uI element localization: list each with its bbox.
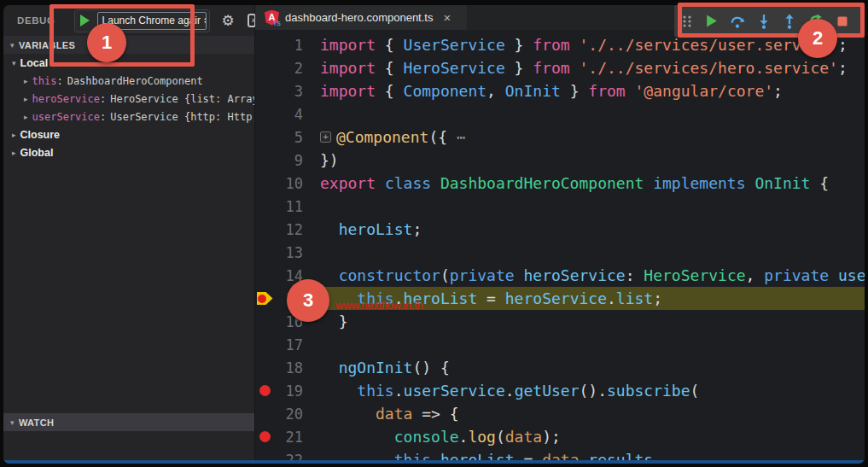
- angular-icon: A TS: [265, 10, 279, 26]
- code-line: 3import { Component, OnInit } from '@ang…: [255, 79, 865, 102]
- variable-row[interactable]: ▸heroService:HeroService {list: Array(…: [3, 90, 254, 108]
- breakpoint-gutter[interactable]: [255, 385, 274, 396]
- line-number: 18: [274, 359, 303, 377]
- variable-name: heroService: [32, 93, 100, 105]
- gear-icon[interactable]: ⚙: [222, 12, 235, 29]
- code-line-content[interactable]: constructor(private heroService: HeroSer…: [303, 264, 865, 287]
- chevron-down-icon: ▾: [12, 59, 16, 67]
- line-number: 15: [274, 290, 303, 307]
- updown-arrows-icon: [204, 15, 207, 26]
- chevron-right-icon: ▸: [24, 113, 28, 121]
- code-line-content[interactable]: export class DashboardHeroComponent impl…: [303, 172, 865, 195]
- code-line: 18 ngOnInit() {: [255, 356, 865, 379]
- code-editor[interactable]: 1import { UserService } from './../servi…: [255, 30, 865, 460]
- breakpoint-icon[interactable]: [259, 385, 271, 396]
- chevron-right-icon: ▸: [12, 149, 16, 157]
- variables-section-header[interactable]: ▾ VARIABLES: [3, 36, 254, 54]
- code-line-content[interactable]: [303, 333, 865, 356]
- continue-button[interactable]: [698, 5, 725, 37]
- variable-name: this: [32, 75, 57, 87]
- line-number: 3: [274, 83, 303, 100]
- debug-config-dropdown[interactable]: Launch Chrome agair: [97, 12, 207, 30]
- debug-toolbar: [674, 5, 862, 37]
- variable-value: UserService {http: Http, …: [110, 111, 254, 123]
- start-debug-button[interactable]: [78, 14, 93, 27]
- step-over-button[interactable]: [725, 5, 751, 37]
- code-line: 4: [255, 102, 865, 126]
- code-line: 19 this.userService.getUser().subscribe(: [255, 379, 865, 402]
- code-line-content[interactable]: [303, 241, 865, 264]
- line-number: 19: [274, 382, 303, 400]
- debug-config-label: Launch Chrome agair: [102, 15, 201, 26]
- variable-row[interactable]: ▸userService:UserService {http: Http, …: [3, 108, 254, 126]
- line-number: 16: [274, 313, 303, 330]
- code-line: 5+@Component({ ⋯: [255, 126, 865, 149]
- code-line: 10export class DashboardHeroComponent im…: [255, 172, 865, 195]
- chevron-down-icon: ▾: [10, 41, 15, 50]
- vscode-window: DEBUG Launch Chrome agair ⚙ › ▾ V: [3, 5, 865, 464]
- scope-local[interactable]: ▾ Local: [3, 54, 254, 72]
- debug-sidebar: DEBUG Launch Chrome agair ⚙ › ▾ V: [3, 5, 255, 460]
- code-line-content[interactable]: console.log(data);: [303, 425, 865, 448]
- line-number: 1: [274, 37, 303, 54]
- code-line-content[interactable]: }): [303, 149, 865, 172]
- debug-sidebar-header: DEBUG Launch Chrome agair ⚙ ›: [3, 5, 254, 36]
- code-line: 13: [255, 241, 865, 264]
- code-line: 2import { HeroService } from './../servi…: [255, 56, 865, 79]
- tab-dashboard-hero-component[interactable]: A TS dashboard-hero.component.ts ×: [255, 5, 467, 30]
- watch-section-header[interactable]: ▾ WATCH: [3, 413, 254, 431]
- restart-button[interactable]: [803, 5, 830, 37]
- code-line-content[interactable]: }: [303, 310, 865, 333]
- breakpoint-gutter[interactable]: [255, 292, 274, 305]
- line-number: 22: [274, 452, 303, 461]
- fold-expand-icon[interactable]: +: [320, 131, 331, 143]
- drag-handle-icon[interactable]: [681, 14, 693, 29]
- line-number: 4: [274, 106, 303, 123]
- code-line: 20 data => {: [255, 402, 865, 425]
- play-icon: [80, 15, 90, 26]
- code-line-content[interactable]: [303, 195, 865, 218]
- code-line-content[interactable]: +@Component({ ⋯: [303, 126, 865, 149]
- line-number: 11: [274, 198, 303, 215]
- code-line-content[interactable]: this.heroList = data.results: [303, 448, 865, 460]
- code-line-content[interactable]: this.userService.getUser().subscribe(: [303, 379, 865, 402]
- stop-button[interactable]: [829, 5, 855, 37]
- tab-title: dashboard-hero.component.ts: [285, 11, 433, 24]
- close-icon[interactable]: ×: [443, 10, 451, 25]
- breakpoint-gutter[interactable]: [255, 431, 274, 442]
- watch-section-label: WATCH: [19, 417, 55, 428]
- code-line: 22 this.heroList = data.results: [255, 448, 865, 460]
- restart-icon: [808, 14, 824, 29]
- line-number: 10: [274, 175, 303, 192]
- step-out-button[interactable]: [777, 5, 803, 37]
- code-line: 16 }: [255, 310, 865, 333]
- chevron-right-icon: ▸: [24, 95, 28, 103]
- line-number: 20: [274, 406, 303, 423]
- scope-global[interactable]: ▸ Global: [3, 143, 254, 161]
- line-number: 21: [274, 429, 303, 446]
- code-line-content[interactable]: import { HeroService } from './../servic…: [303, 56, 865, 79]
- step-into-button[interactable]: [750, 5, 777, 37]
- code-line: 1import { UserService } from './../servi…: [255, 33, 865, 56]
- line-number: 13: [274, 244, 303, 261]
- code-line-content[interactable]: import { UserService } from './../servic…: [303, 33, 865, 56]
- breakpoint-icon[interactable]: [259, 431, 271, 442]
- play-icon: [704, 14, 719, 28]
- variable-row[interactable]: ▸this:DashboardHeroComponent: [3, 72, 254, 90]
- line-number: 2: [274, 60, 303, 77]
- code-line-content[interactable]: data => {: [303, 402, 865, 425]
- scope-closure[interactable]: ▸ Closure: [3, 126, 254, 143]
- variable-value: HeroService {list: Array(…: [110, 93, 254, 105]
- stop-icon: [836, 15, 849, 28]
- watermark-text: www.nextflow.in.th: [335, 299, 423, 312]
- variables-list: ▸this:DashboardHeroComponent▸heroService…: [3, 72, 254, 126]
- code-line-content[interactable]: ngOnInit() {: [303, 356, 865, 379]
- line-number: 14: [274, 267, 303, 284]
- code-line-content[interactable]: heroList;: [303, 218, 865, 241]
- code-line-content[interactable]: [303, 102, 865, 126]
- chevron-right-icon: ▸: [24, 77, 28, 85]
- code-line: 11: [255, 195, 865, 218]
- code-line: 9}): [255, 149, 865, 172]
- code-line-content[interactable]: import { Component, OnInit } from '@angu…: [303, 79, 865, 102]
- line-number: 12: [274, 221, 303, 238]
